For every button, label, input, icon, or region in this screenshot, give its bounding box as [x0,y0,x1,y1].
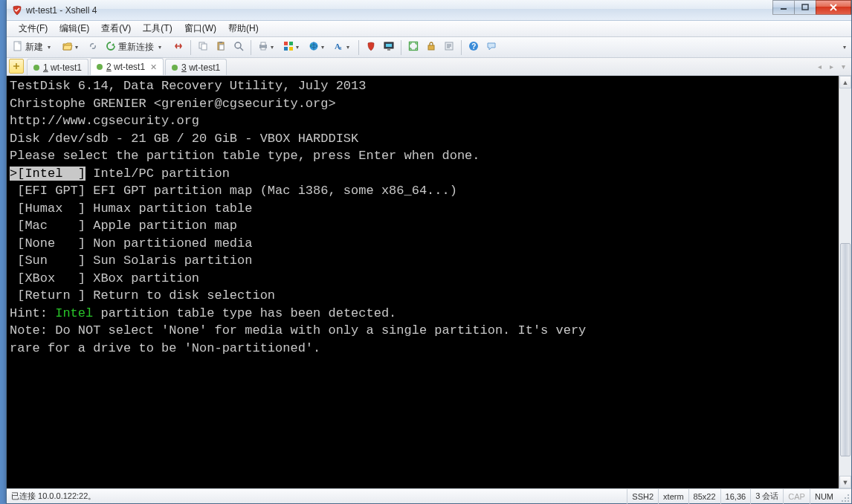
window-title: wt-test1 - Xshell 4 [26,5,97,16]
xshell-button[interactable] [363,39,379,56]
terminal-line: [Mac ] Apple partition map [10,217,839,235]
globe-button[interactable]: ▾ [306,39,329,56]
tab-2[interactable]: 2 wt-test1 ✕ [90,58,164,75]
tab-label: wt-test1 [51,62,82,73]
separator-icon [358,40,359,55]
status-right: SSH2 xterm 85x22 16,36 3 会话 CAP NUM [627,489,838,504]
menu-tools[interactable]: 工具(T) [137,21,178,36]
terminal-line: http://www.cgsecurity.org [10,112,839,130]
menu-help[interactable]: 帮助(H) [222,21,265,36]
status-connection: 已连接 10.0.0.122:22。 [7,491,96,502]
scroll-down-button[interactable]: ▼ [839,476,851,488]
chevron-down-icon: ▾ [344,44,352,51]
printer-icon [258,41,268,54]
link-icon [88,41,98,54]
status-sessions: 3 会话 [750,489,783,504]
reconnect-icon [106,41,116,54]
tab-label: wt-test1 [114,62,145,72]
open-button[interactable]: ▾ [59,39,83,56]
separator-icon [190,40,191,55]
scroll-track[interactable] [839,88,851,476]
svg-rect-6 [219,42,222,43]
hint-highlight: Intel [55,306,93,320]
terminal-line: [Return ] Return to disk selection [10,287,839,305]
toolbar-overflow-button[interactable]: ▾ [841,44,848,51]
titlebar: wt-test1 - Xshell 4 [7,0,851,21]
menu-window[interactable]: 窗口(W) [178,21,222,36]
separator-icon [401,40,401,55]
tab-index: 1 [43,62,48,73]
scrollbar[interactable]: ▲ ▼ [839,76,851,488]
tab-3[interactable]: 3 wt-test1 [165,59,227,75]
svg-rect-12 [284,42,288,45]
svg-point-30 [848,500,849,502]
terminal-line: rare for a drive to be 'Non-partitioned'… [10,340,839,358]
terminal-area: TestDisk 6.14, Data Recovery Utility, Ju… [7,76,851,488]
font-button[interactable]: Aa ▾ [331,39,355,56]
tab-close-button[interactable]: ✕ [150,62,157,72]
paste-button[interactable] [213,39,229,56]
status-cursor: 16,36 [720,489,751,504]
new-button[interactable]: 新建 ▾ [10,39,58,56]
fullscreen-button[interactable] [405,39,422,56]
copy-icon [198,41,208,54]
svg-rect-1 [802,4,808,10]
globe-icon [309,41,319,54]
find-button[interactable] [230,39,247,56]
svg-rect-0 [781,8,787,10]
svg-rect-11 [261,48,265,50]
chat-button[interactable] [483,39,500,56]
menu-view[interactable]: 查看(V) [95,21,137,36]
terminal-line-hint: Hint: Intel partition table type has bee… [10,305,839,323]
svg-rect-15 [289,47,293,51]
disconnect-icon [173,41,184,54]
lock-button[interactable] [423,39,439,56]
terminal-line: [XBox ] XBox partition [10,270,839,288]
close-button[interactable] [816,0,851,15]
minimize-button[interactable] [772,0,795,15]
reconnect-button[interactable]: 重新连接 ▾ [103,39,169,56]
tab-scroll-right-button[interactable]: ▸ [826,60,836,72]
scroll-thumb[interactable] [840,243,851,456]
app-window: wt-test1 - Xshell 4 文件(F) 编辑(E) 查看(V) 工具… [6,0,852,504]
menu-edit[interactable]: 编辑(E) [54,21,95,36]
copy-button[interactable] [195,39,211,56]
terminal-line: Note: Do NOT select 'None' for media wit… [10,322,839,340]
properties-button[interactable] [441,39,457,56]
resize-grip-icon[interactable] [841,494,850,503]
svg-point-29 [845,497,846,499]
scroll-up-button[interactable]: ▲ [839,76,851,88]
separator-icon [461,40,462,55]
add-tab-button[interactable] [9,59,24,74]
chevron-down-icon: ▾ [45,44,53,51]
window-controls [773,0,851,15]
reconnect-label: 重新连接 [118,41,154,54]
tab-index: 2 [106,62,112,72]
tab-scroll-left-button[interactable]: ◂ [814,60,824,72]
svg-point-28 [848,497,849,499]
properties-icon [444,41,454,54]
folder-open-icon [62,41,73,54]
link-button[interactable] [85,39,101,56]
terminal[interactable]: TestDisk 6.14, Data Recovery Utility, Ju… [7,76,839,488]
screen-button[interactable] [381,39,397,56]
tab-list-button[interactable]: ▾ [838,60,848,72]
tab-1[interactable]: 1 wt-test1 [27,59,88,75]
maximize-button[interactable] [794,0,816,15]
svg-point-32 [842,500,843,502]
paste-icon [216,41,226,54]
chevron-down-icon: ▾ [73,44,80,51]
disconnect-button[interactable] [170,39,187,56]
menu-file[interactable]: 文件(F) [13,21,54,36]
color-scheme-button[interactable]: ▾ [280,39,304,56]
print-button[interactable]: ▾ [255,39,279,56]
font-icon: Aa [334,41,344,54]
xshell-icon [366,41,376,54]
search-icon [233,41,244,54]
help-button[interactable]: ? [465,39,482,56]
chat-icon [486,41,497,54]
tab-label: wt-test1 [189,62,220,73]
tab-index: 3 [181,62,187,73]
monitor-icon [384,41,394,54]
terminal-line: Christophe GRENIER <grenier@cgsecurity.o… [10,95,839,113]
